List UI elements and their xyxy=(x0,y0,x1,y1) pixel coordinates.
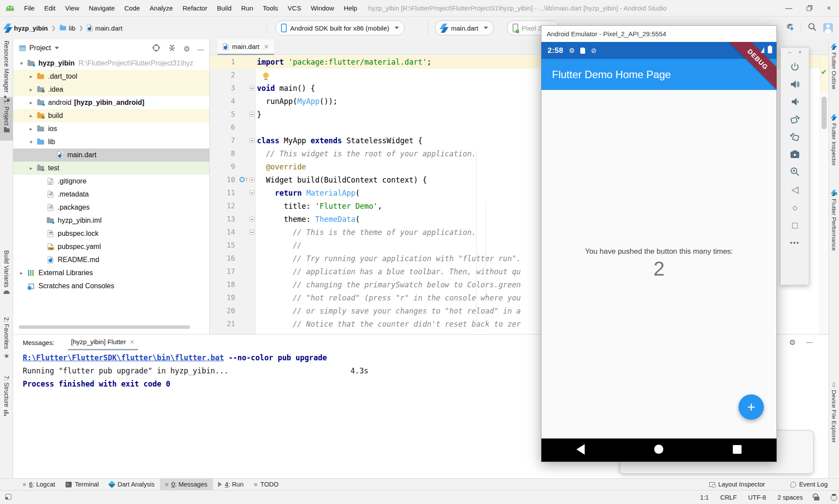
close-icon[interactable]: ✕ xyxy=(129,338,135,345)
menu-window[interactable]: Window xyxy=(306,4,339,12)
hide-panel-icon[interactable]: — xyxy=(198,45,204,53)
device-selector[interactable]: Android SDK built for x86 (mobile) xyxy=(275,21,405,35)
inspections-face-icon[interactable] xyxy=(831,494,837,501)
close-icon[interactable]: ✕ xyxy=(264,43,269,50)
minimize-button[interactable]: — xyxy=(779,4,799,12)
emulator-screen[interactable]: DEBUG 2:58 ⚙ ⊘ Flutter Demo Home Page Yo… xyxy=(541,42,777,462)
tree-item--metadata[interactable]: .metadata xyxy=(13,188,209,201)
fab-increment-button[interactable]: + xyxy=(738,394,764,420)
tree-item-lib[interactable]: ▾lib xyxy=(13,135,209,148)
run-config-selector[interactable]: main.dart xyxy=(435,21,494,35)
tool-window-toggle-icon[interactable] xyxy=(5,494,11,500)
status-UTF-8[interactable]: UTF-8 xyxy=(748,494,766,501)
tree-right-arrow-icon[interactable]: ▸ xyxy=(26,86,36,93)
tree-right-arrow-icon[interactable]: ▸ xyxy=(26,100,36,106)
toolwindow-button-messages[interactable]: ≡0: Messages xyxy=(160,479,213,490)
toolwindow-button-event-log[interactable]: Event Log xyxy=(785,479,833,490)
emulator-volume-up-button[interactable] xyxy=(786,76,804,93)
close-button[interactable]: × xyxy=(798,49,802,55)
toolwindow-button-logcat[interactable]: ≡6: Logcat xyxy=(17,479,60,490)
locate-file-icon[interactable] xyxy=(152,44,160,54)
menu-tools[interactable]: Tools xyxy=(258,4,283,12)
toolwindow-button-todo[interactable]: ≡TODO xyxy=(249,479,284,490)
tree-item--dart_tool[interactable]: ▸.dart_tool xyxy=(13,70,209,83)
emulator-power-button[interactable] xyxy=(786,58,804,76)
sidebar-item-device-file-explorer[interactable]: ▯ Device File Explorer xyxy=(829,381,839,443)
sidebar-item-project[interactable]: 1: Project xyxy=(0,100,13,132)
toolwindow-button-terminal[interactable]: >_Terminal xyxy=(60,479,104,490)
gear-icon[interactable]: ⚙ xyxy=(789,338,796,347)
tree-item--gitignore[interactable]: .gitignore xyxy=(13,175,209,188)
menu-run[interactable]: Run xyxy=(236,4,258,12)
emulator-back-button[interactable]: ◁ xyxy=(786,180,804,198)
emulator-camera-button[interactable] xyxy=(786,145,804,163)
tree-item--idea[interactable]: ▸⚙.idea xyxy=(13,83,209,96)
tree-item-pubspec-lock[interactable]: pubspec.lock xyxy=(13,227,209,240)
tree-item-README-md[interactable]: README.md xyxy=(13,253,209,266)
menu-navigate[interactable]: Navigate xyxy=(84,4,119,12)
menu-analyze[interactable]: Analyze xyxy=(145,4,177,12)
status-CRLF[interactable]: CRLF xyxy=(720,494,737,501)
maximize-button[interactable] xyxy=(799,4,819,12)
emulator-rotate-right-button[interactable] xyxy=(786,128,804,145)
tree-right-arrow-icon[interactable]: ▸ xyxy=(26,113,36,119)
breadcrumb-item-lib[interactable]: lib xyxy=(59,24,76,32)
menu-build[interactable]: Build xyxy=(212,4,236,12)
tree-right-arrow-icon[interactable]: ▸ xyxy=(17,270,26,276)
tree-item-android[interactable]: ▸◆android [hyzp_yibin_android] xyxy=(13,96,209,109)
breadcrumb-item-main-dart[interactable]: main.dart xyxy=(87,24,123,32)
sidebar-item-flutter-inspector[interactable]: Flutter Inspector xyxy=(829,114,839,166)
horizontal-scrollbar[interactable] xyxy=(19,325,190,329)
menu-vcs[interactable]: VCS xyxy=(283,4,306,12)
tree-item-ios[interactable]: ▸⋯ios xyxy=(13,122,209,135)
close-button[interactable]: × xyxy=(819,4,839,12)
emulator-overview-button[interactable]: □ xyxy=(786,216,804,234)
toolwindow-button-run[interactable]: 4: Run xyxy=(213,479,249,490)
menu-edit[interactable]: Edit xyxy=(39,4,60,12)
tree-item-pubspec-yaml[interactable]: pubspec.yaml xyxy=(13,240,209,253)
tree-right-arrow-icon[interactable]: ▸ xyxy=(26,73,36,79)
nav-overview-button[interactable] xyxy=(733,445,742,454)
nav-home-button[interactable] xyxy=(654,445,663,454)
intention-bulb-icon[interactable] xyxy=(263,72,269,78)
tree-item-main-dart[interactable]: main.dart xyxy=(13,148,209,162)
lock-icon[interactable] xyxy=(814,497,819,501)
sidebar-item-resource-manager[interactable]: Resource Manager xyxy=(0,41,13,101)
emulator-zoom-button[interactable] xyxy=(786,163,804,180)
tree-item--packages[interactable]: .packages xyxy=(13,201,209,214)
emulator-volume-down-button[interactable] xyxy=(786,93,804,110)
hide-panel-icon[interactable]: — xyxy=(806,338,813,347)
menu-help[interactable]: Help xyxy=(339,4,362,12)
tree-item-test[interactable]: ▸◂▸test xyxy=(13,162,209,175)
tree-right-arrow-icon[interactable]: ▸ xyxy=(26,126,36,132)
status-1-1[interactable]: 1:1 xyxy=(700,494,709,501)
tree-item-External-Libraries[interactable]: ▸External Libraries xyxy=(13,266,209,280)
tab-main-dart[interactable]: main.dart ✕ xyxy=(218,39,274,55)
tree-item-hyzp_yibin-iml[interactable]: ◆hyzp_yibin.iml xyxy=(13,214,209,227)
emulator-home-button[interactable]: ○ xyxy=(786,199,804,216)
status-2-spaces[interactable]: 2 spaces xyxy=(777,494,803,501)
avatar[interactable] xyxy=(823,23,833,33)
menu-file[interactable]: File xyxy=(19,4,39,12)
search-icon[interactable] xyxy=(808,22,817,34)
tree-down-arrow-icon[interactable]: ▾ xyxy=(26,139,36,145)
sdk-manager-icon[interactable] xyxy=(785,22,795,34)
sidebar-item-flutter-outline[interactable]: Flutter Outline xyxy=(829,44,839,90)
menu-refactor[interactable]: Refactor xyxy=(178,4,212,12)
tree-item-hyzp_yibin[interactable]: ▾◆hyzp_yibinR:\FlutterProject\FlutterPro… xyxy=(13,57,209,70)
toolwindow-button-layout-inspector[interactable]: Layout Inspector xyxy=(704,479,770,490)
collapse-all-icon[interactable] xyxy=(168,44,176,54)
menu-view[interactable]: View xyxy=(60,4,84,12)
tree-down-arrow-icon[interactable]: ▾ xyxy=(17,60,26,66)
tree-right-arrow-icon[interactable]: ▸ xyxy=(26,165,36,171)
gear-icon[interactable]: ⚙ xyxy=(184,45,190,54)
editor-scrollbar[interactable]: ✔ xyxy=(820,55,829,334)
sidebar-item-build-variants[interactable]: Build Variants xyxy=(0,250,13,294)
minimize-button[interactable]: – xyxy=(788,49,791,55)
console-link[interactable]: R:\Flutter\FlutterSDK\flutter\bin\flutte… xyxy=(23,353,224,362)
tree-item-Scratches-and-Consoles[interactable]: Scratches and Consoles xyxy=(13,280,209,293)
menu-code[interactable]: Code xyxy=(119,4,145,12)
emulator-more-button[interactable]: ••• xyxy=(786,234,804,251)
sidebar-item-flutter-performance[interactable]: Flutter Performance xyxy=(829,190,839,251)
nav-back-button[interactable] xyxy=(576,444,585,455)
